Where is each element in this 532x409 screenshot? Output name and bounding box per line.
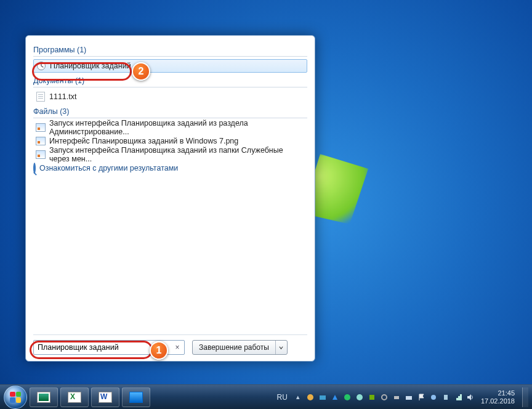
svg-point-6	[382, 395, 387, 400]
start-button[interactable]	[4, 386, 27, 409]
section-programs-header: Программы (1)	[33, 44, 307, 57]
svg-rect-10	[444, 395, 448, 400]
svg-point-9	[431, 395, 436, 400]
network-icon[interactable]	[405, 393, 413, 402]
tray-icon[interactable]	[392, 393, 401, 402]
shutdown-button[interactable]: Завершение работы	[193, 341, 276, 354]
search-icon	[33, 164, 36, 172]
shutdown-label: Завершение работы	[199, 343, 269, 352]
flag-icon[interactable]	[417, 393, 425, 402]
volume-icon[interactable]	[466, 393, 475, 402]
wifi-icon[interactable]	[454, 393, 462, 402]
word-icon	[99, 392, 112, 403]
taskbar-clock[interactable]: 21:45 17.02.2018	[477, 389, 518, 405]
annotation-badge-2: 2	[132, 62, 150, 81]
system-tray: ▴	[294, 393, 475, 402]
tray-icon[interactable]	[441, 393, 450, 402]
section-files-header: Файлы (3)	[33, 106, 307, 118]
result-label: 1111.txt	[49, 92, 76, 101]
tray-icon[interactable]	[343, 393, 352, 402]
start-menu-bottom-row: × Завершение работы	[33, 334, 307, 355]
svg-rect-5	[369, 395, 374, 400]
result-label: Планировщик заданий	[50, 62, 131, 70]
app-icon	[37, 392, 50, 403]
svg-rect-7	[394, 396, 399, 399]
annotation-badge-1: 1	[150, 341, 168, 360]
tray-icon[interactable]	[355, 393, 364, 402]
text-file-icon	[36, 92, 46, 102]
windows-logo-icon	[10, 392, 21, 403]
svg-point-3	[344, 394, 350, 400]
tray-icon[interactable]	[429, 393, 438, 402]
start-menu-panel: Программы (1) Планировщик заданий Докуме…	[25, 35, 315, 362]
clock-date: 17.02.2018	[481, 397, 515, 405]
more-results-label: Ознакомиться с другими результатами	[39, 164, 178, 172]
show-desktop-button[interactable]	[522, 387, 528, 407]
svg-rect-2	[320, 395, 326, 400]
svg-point-4	[357, 394, 363, 400]
tray-overflow-button[interactable]: ▴	[294, 393, 302, 402]
excel-icon	[68, 392, 81, 403]
shutdown-split-button[interactable]: Завершение работы	[192, 340, 288, 355]
result-document[interactable]: 1111.txt	[33, 90, 307, 103]
image-file-icon	[36, 136, 46, 146]
taskbar-app-taskmgr[interactable]	[30, 387, 58, 407]
tray-icon[interactable]	[380, 393, 389, 402]
tray-icon[interactable]	[318, 393, 327, 402]
image-file-icon	[36, 150, 46, 160]
app-icon	[129, 392, 143, 403]
tray-icon[interactable]	[368, 393, 376, 402]
result-label: Запуск интерфейса Планировщика заданий и…	[49, 119, 305, 136]
result-file[interactable]: Запуск интерфейса Планировщика заданий и…	[33, 148, 307, 161]
svg-point-1	[307, 394, 313, 400]
clock-time: 21:45	[481, 389, 515, 397]
result-task-scheduler[interactable]: Планировщик заданий	[33, 59, 307, 73]
clock-icon	[36, 61, 46, 71]
taskbar-app-switcher[interactable]	[122, 387, 150, 407]
tray-icon[interactable]	[306, 393, 315, 402]
taskbar: RU ▴ 21:45 17.02.2018	[0, 384, 532, 409]
taskbar-app-word[interactable]	[91, 387, 119, 407]
clear-search-button[interactable]: ×	[172, 342, 182, 352]
section-documents-header: Документы (1)	[33, 75, 307, 87]
language-indicator[interactable]: RU	[273, 393, 291, 402]
result-file[interactable]: Запуск интерфейса Планировщика заданий и…	[33, 121, 307, 134]
result-label: Интерфейс Планировщика заданий в Windows…	[49, 137, 238, 145]
result-label: Запуск интерфейса Планировщика заданий и…	[49, 146, 305, 163]
search-results: Программы (1) Планировщик заданий Докуме…	[33, 42, 307, 334]
taskbar-app-excel[interactable]	[60, 387, 89, 407]
tray-icon[interactable]	[331, 393, 339, 402]
shutdown-menu-arrow[interactable]	[276, 341, 287, 354]
svg-rect-8	[406, 396, 412, 400]
more-results-link[interactable]: Ознакомиться с другими результатами	[33, 161, 307, 177]
image-file-icon	[36, 123, 46, 132]
